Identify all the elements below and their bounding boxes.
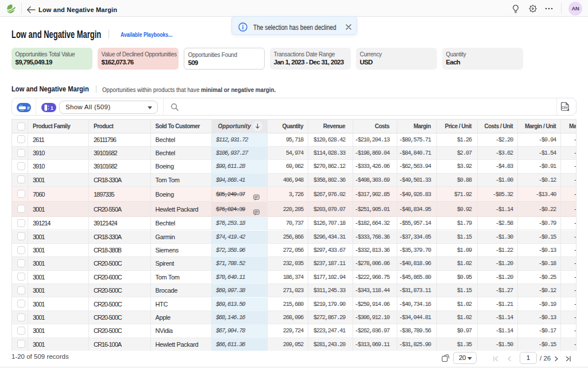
svg-text:#: #: [27, 105, 30, 111]
svg-text:CSV: CSV: [562, 106, 568, 109]
svg-text:1: 1: [51, 105, 53, 111]
